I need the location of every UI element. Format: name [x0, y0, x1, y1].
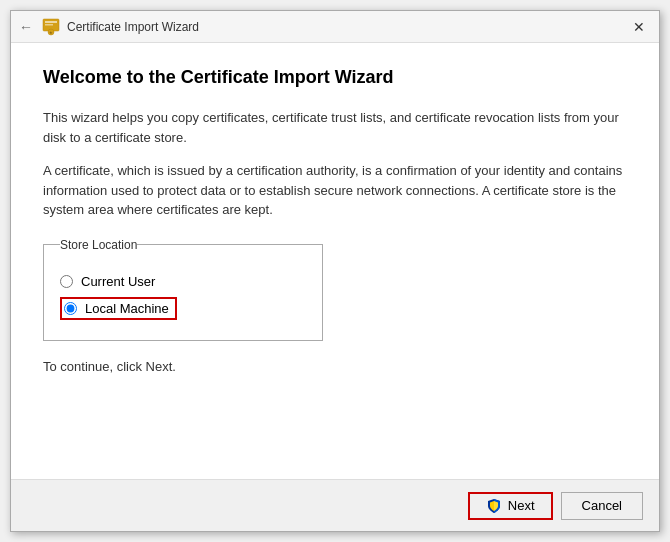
shield-icon	[486, 498, 502, 514]
wizard-content: Welcome to the Certificate Import Wizard…	[11, 43, 659, 479]
description-2: A certificate, which is issued by a cert…	[43, 161, 627, 220]
continue-text: To continue, click Next.	[43, 359, 627, 374]
local-machine-option[interactable]: Local Machine	[60, 297, 177, 320]
cancel-button[interactable]: Cancel	[561, 492, 643, 520]
svg-rect-2	[45, 24, 53, 26]
footer: Next Cancel	[11, 479, 659, 531]
store-location-legend: Store Location	[60, 238, 137, 252]
wizard-window: ← ★ Certificate Import Wizard ✕ Welcome …	[10, 10, 660, 532]
wizard-icon: ★	[41, 17, 61, 37]
back-button[interactable]: ←	[19, 19, 33, 35]
current-user-option[interactable]: Current User	[60, 274, 306, 289]
svg-text:★: ★	[49, 30, 53, 35]
close-button[interactable]: ✕	[627, 15, 651, 39]
page-title: Welcome to the Certificate Import Wizard	[43, 67, 627, 88]
svg-rect-1	[45, 21, 57, 23]
next-button[interactable]: Next	[468, 492, 553, 520]
current-user-label: Current User	[81, 274, 155, 289]
current-user-radio[interactable]	[60, 275, 73, 288]
title-bar-text: Certificate Import Wizard	[67, 20, 627, 34]
store-location-group: Store Location Current User Local Machin…	[43, 238, 323, 341]
next-label: Next	[508, 498, 535, 513]
description-1: This wizard helps you copy certificates,…	[43, 108, 627, 147]
title-bar: ← ★ Certificate Import Wizard ✕	[11, 11, 659, 43]
cancel-label: Cancel	[582, 498, 622, 513]
local-machine-label: Local Machine	[85, 301, 169, 316]
local-machine-radio[interactable]	[64, 302, 77, 315]
